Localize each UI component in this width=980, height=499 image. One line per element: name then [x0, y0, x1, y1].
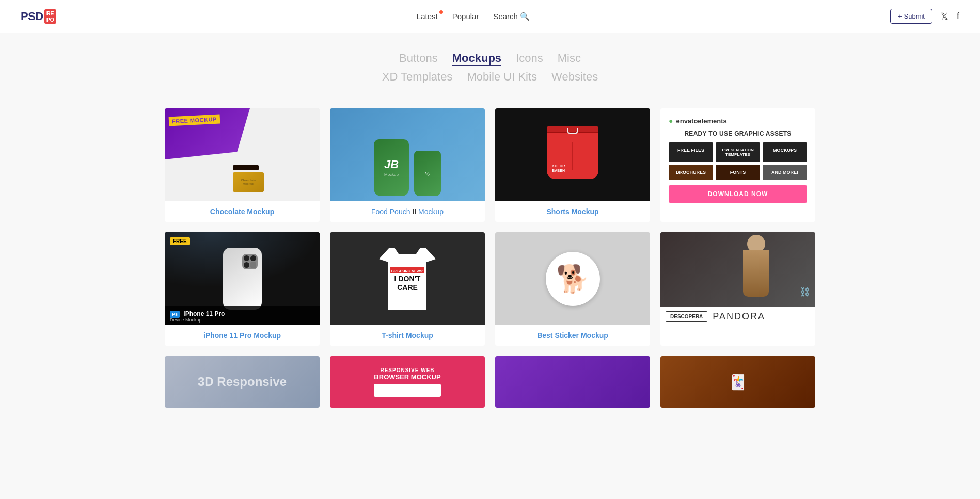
card-tshirt-image: BREAKING NEWS: I DON'T CARE — [330, 232, 485, 325]
main-content: FREE MOCKUP ChocolateMockup Chocolate Mo… — [154, 100, 826, 426]
row-1-grid: FREE MOCKUP ChocolateMockup Chocolate Mo… — [165, 108, 815, 222]
card-food-pouch[interactable]: JB Mockup My Food Pouch II Mockup — [330, 108, 485, 222]
choc-box: ChocolateMockup — [233, 172, 264, 192]
cat-mobile-ui[interactable]: Mobile UI Kits — [467, 70, 537, 84]
row-2-grid: FREE Ps iPhone 11 Pro Device Mocku — [165, 232, 815, 346]
facebook-icon[interactable]: f — [957, 11, 959, 22]
pouches-container: JB Mockup My — [363, 108, 451, 201]
pouch-small: My — [414, 151, 441, 196]
pandora-discover-button[interactable]: DESCOPERA — [666, 311, 707, 322]
card-sticker-image: 🐕 — [495, 232, 650, 325]
iphone-label: Ps iPhone 11 Pro Device Mockup — [165, 306, 320, 325]
header: PSD REPO Latest Popular Search 🔍 + Submi… — [0, 0, 980, 33]
card-responsive-web[interactable]: RESPONSIVE WEB BROWSER MOCKUP — [330, 356, 485, 408]
envato-cell-free: FREE FILES — [669, 142, 713, 162]
envato-cell-fonts: FONTS — [716, 165, 760, 180]
pandora-brand-name: PANDORA — [713, 311, 765, 322]
shorts-container: KOLORBABEH — [547, 126, 598, 183]
jewelry: ⛓️ — [800, 287, 810, 297]
pandora-bg: ⛓️ — [660, 232, 815, 307]
card-iphone[interactable]: FREE Ps iPhone 11 Pro Device Mocku — [165, 232, 320, 346]
envato-download-button[interactable]: DOWNLOAD NOW — [669, 185, 807, 203]
card-shorts[interactable]: KOLORBABEH Shorts Mockup — [495, 108, 650, 222]
flash — [250, 262, 256, 268]
card-sticker-title: Best Sticker Mockup — [495, 325, 650, 346]
card-tshirt[interactable]: BREAKING NEWS: I DON'T CARE T-shirt Mock… — [330, 232, 485, 346]
camera-lens-1 — [244, 255, 249, 261]
card-sticker[interactable]: 🐕 Best Sticker Mockup — [495, 232, 650, 346]
envato-header: ● envatoelements — [669, 117, 807, 125]
tshirt-bg: BREAKING NEWS: I DON'T CARE — [330, 232, 485, 325]
envato-cell-mockups: MOCKUPS — [763, 142, 807, 162]
card-chocolate-title: Chocolate Mockup — [165, 201, 320, 222]
twitter-icon[interactable]: 𝕏 — [941, 11, 949, 22]
card-sticker-title-text: Best Sticker Mockup — [537, 331, 608, 340]
card-3d-responsive[interactable]: 3D Responsive — [165, 356, 320, 408]
pandora-image: ⛓️ — [660, 232, 815, 307]
card-chocolate-title-text: Chocolate Mockup — [210, 207, 274, 216]
nav-popular[interactable]: Popular — [452, 12, 479, 21]
card-tshirt-title-text: T-shirt Mockup — [382, 331, 433, 340]
card-purple[interactable] — [495, 356, 650, 408]
iphone-bg: FREE Ps iPhone 11 Pro Device Mocku — [165, 232, 320, 325]
iphone-camera-module — [242, 254, 258, 269]
free-corner-badge: FREE — [170, 237, 190, 245]
dog-icon: 🐕 — [556, 263, 590, 295]
header-right: + Submit 𝕏 f — [890, 9, 959, 24]
envato-cell-brochures: BROCHURES — [669, 165, 713, 180]
cat-xd-templates[interactable]: XD Templates — [382, 70, 453, 84]
card-pouch-image: JB Mockup My — [330, 108, 485, 201]
card-iphone-title: iPhone 11 Pro Mockup — [165, 325, 320, 346]
nav-latest[interactable]: Latest — [417, 12, 438, 21]
card-last-ad-image: 🃏 — [660, 356, 815, 408]
card-chocolate-image: FREE MOCKUP ChocolateMockup — [165, 108, 320, 201]
envato-tagline: READY TO USE GRAPHIC ASSETS — [669, 130, 807, 137]
svg-text:BREAKING NEWS:: BREAKING NEWS: — [391, 269, 424, 273]
row-3-grid: 3D Responsive RESPONSIVE WEB BROWSER MOC… — [165, 356, 815, 408]
resp-web-sub: RESPONSIVE WEB — [374, 367, 440, 373]
card-shorts-image: KOLORBABEH — [495, 108, 650, 201]
card-shorts-title: Shorts Mockup — [495, 201, 650, 222]
card-resp-web-image: RESPONSIVE WEB BROWSER MOCKUP — [330, 356, 485, 408]
pouch-sub: Mockup — [384, 172, 399, 177]
cat-buttons[interactable]: Buttons — [399, 52, 438, 66]
logo-badge: REPO — [44, 9, 56, 24]
main-nav: Latest Popular Search 🔍 — [417, 12, 530, 21]
category-nav: Buttons Mockups Icons Misc XD Templates … — [0, 33, 980, 100]
browser-mock — [374, 384, 440, 397]
nav-search[interactable]: Search 🔍 — [493, 12, 530, 21]
shorts-body: KOLORBABEH — [547, 133, 598, 179]
shorts-seam — [572, 142, 573, 170]
search-icon: 🔍 — [520, 12, 530, 21]
chocolate-items: ChocolateMockup — [233, 165, 264, 192]
cat-icons[interactable]: Icons — [516, 52, 543, 66]
envato-advertisement: ● envatoelements READY TO USE GRAPHIC AS… — [660, 108, 815, 222]
free-mockup-banner: FREE MOCKUP — [165, 108, 250, 159]
card-pouch-title: Food Pouch II Mockup — [330, 201, 485, 222]
choc-bar — [233, 165, 259, 170]
chocolate-inner: FREE MOCKUP ChocolateMockup — [165, 108, 320, 201]
card-purple-image — [495, 356, 650, 408]
cat-misc[interactable]: Misc — [558, 52, 581, 66]
shorts-brand-label: KOLORBABEH — [552, 164, 565, 173]
card-iphone-image: FREE Ps iPhone 11 Pro Device Mocku — [165, 232, 320, 325]
cat-mockups[interactable]: Mockups — [452, 52, 501, 66]
body — [743, 250, 769, 297]
iphone-device-label: Device Mockup — [170, 317, 314, 323]
camera-lens-2 — [250, 255, 256, 261]
card-last-ad: 🃏 — [660, 356, 815, 408]
resp-web-main: BROWSER MOCKUP — [374, 373, 440, 381]
card-tshirt-title: T-shirt Mockup — [330, 325, 485, 346]
shorts-string — [567, 128, 578, 134]
envato-brand-name: envatoelements — [676, 117, 726, 125]
free-badge: FREE MOCKUP — [169, 114, 220, 126]
pouch-large: JB Mockup — [374, 139, 409, 196]
cat-websites[interactable]: Websites — [551, 70, 598, 84]
person-silhouette — [743, 235, 769, 302]
card-chocolate[interactable]: FREE MOCKUP ChocolateMockup Chocolate Mo… — [165, 108, 320, 222]
logo[interactable]: PSD REPO — [21, 9, 56, 24]
submit-button[interactable]: + Submit — [890, 9, 932, 24]
pouch-title-ii: II — [412, 207, 416, 216]
card-iphone-title-text: iPhone 11 Pro Mockup — [203, 331, 281, 340]
pandora-footer: DESCOPERA PANDORA — [660, 307, 815, 326]
